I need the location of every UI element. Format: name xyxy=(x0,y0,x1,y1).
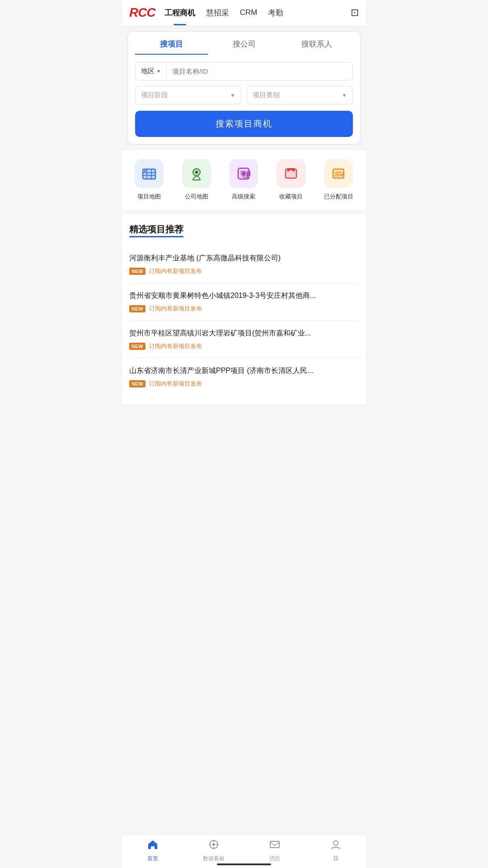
nav-item-recruitment[interactable]: 慧招采 xyxy=(206,8,229,18)
project-tag-text-2: 订阅内有新项目发布 xyxy=(149,342,202,350)
company-map-icon xyxy=(182,159,211,188)
bottom-nav: 首页 数据看板 消息 xyxy=(122,835,366,868)
quick-action-company-map-label: 公司地图 xyxy=(185,193,208,201)
project-tag-row-3: NEW 订阅内有新项目发布 xyxy=(129,380,359,388)
search-button[interactable]: 搜索项目商机 xyxy=(135,111,353,137)
project-name-0: 河源衡利丰产业基地 (广东高微晶科技有限公司) xyxy=(129,253,359,264)
svg-rect-17 xyxy=(286,169,296,178)
quick-action-saved-projects[interactable]: 收藏项目 xyxy=(277,159,305,201)
new-badge-2: NEW xyxy=(129,343,145,350)
search-row-filters: 项目阶段 ▼ 项目类别 ▼ xyxy=(135,86,353,104)
bottom-nav-home-label: 首页 xyxy=(147,855,158,863)
quick-action-assigned-projects[interactable]: 已分配项目 xyxy=(324,159,353,201)
nav-item-attendance[interactable]: 考勤 xyxy=(268,8,283,18)
svg-point-11 xyxy=(196,171,197,173)
quick-action-project-map-label: 项目地图 xyxy=(137,193,161,201)
app-logo: RCC xyxy=(129,5,155,20)
category-select[interactable]: 项目类别 ▼ xyxy=(247,86,353,104)
quick-action-company-map[interactable]: 公司地图 xyxy=(182,159,211,201)
saved-projects-icon xyxy=(277,159,305,188)
project-search-input[interactable] xyxy=(167,63,352,80)
svg-rect-20 xyxy=(333,169,344,178)
assigned-projects-icon xyxy=(324,159,353,188)
search-tabs: 搜项目 搜公司 搜联系人 xyxy=(135,39,353,55)
svg-point-32 xyxy=(333,841,338,845)
quick-action-assigned-label: 已分配项目 xyxy=(324,193,353,201)
project-item-2[interactable]: 贺州市平桂区望高镇川岩大理岩矿项目(贺州市嘉和矿业... NEW 订阅内有新项目… xyxy=(129,321,359,358)
project-item-3[interactable]: 山东省济南市长清产业新城PPP项目 (济南市长清区人民... NEW 订阅内有新… xyxy=(129,358,359,395)
quick-actions: 项目地图 公司地图 xyxy=(122,150,366,210)
header-nav: 工程商机 慧招采 CRM 考勤 xyxy=(164,8,342,18)
quick-action-advanced-search[interactable]: 项目 高级搜索 xyxy=(229,159,258,201)
bottom-nav-dashboard-label: 数据看板 xyxy=(203,855,225,863)
project-item-0[interactable]: 河源衡利丰产业基地 (广东高微晶科技有限公司) NEW 订阅内有新项目发布 xyxy=(129,245,359,283)
region-chevron-icon: ▼ xyxy=(156,69,161,74)
bottom-nav-messages-label: 消息 xyxy=(269,855,280,863)
svg-rect-31 xyxy=(270,841,279,848)
search-row-main: 地区 ▼ xyxy=(135,62,353,80)
advanced-search-icon: 项目 xyxy=(229,159,258,188)
project-map-icon xyxy=(135,159,164,188)
project-tag-text-1: 订阅内有新项目发布 xyxy=(149,305,202,313)
project-tag-text-0: 订阅内有新项目发布 xyxy=(149,267,202,275)
region-dropdown[interactable]: 地区 ▼ xyxy=(136,62,167,80)
nav-item-crm[interactable]: CRM xyxy=(240,8,258,17)
project-name-2: 贺州市平桂区望高镇川岩大理岩矿项目(贺州市嘉和矿业... xyxy=(129,328,359,339)
bottom-indicator xyxy=(217,863,271,865)
project-item-1[interactable]: 贵州省安顺市黄果树特色小城镇2019-3-3号安庄村其他商... NEW 订阅内… xyxy=(129,283,359,321)
stage-select[interactable]: 项目阶段 ▼ xyxy=(135,86,241,104)
search-box: 搜项目 搜公司 搜联系人 地区 ▼ 项目阶段 ▼ 项目类别 ▼ 搜索项目商机 xyxy=(127,31,361,145)
messages-icon xyxy=(269,839,281,853)
header-menu-icon[interactable]: ⊡ xyxy=(351,7,359,19)
stage-placeholder: 项目阶段 xyxy=(141,91,168,99)
featured-title: 精选项目推荐 xyxy=(129,223,183,236)
quick-action-saved-projects-label: 收藏项目 xyxy=(279,193,303,201)
category-chevron-icon: ▼ xyxy=(342,92,347,99)
dashboard-icon xyxy=(208,839,220,853)
quick-action-advanced-search-label: 高级搜索 xyxy=(232,193,255,201)
quick-action-project-map[interactable]: 项目地图 xyxy=(135,159,164,201)
project-tag-row-2: NEW 订阅内有新项目发布 xyxy=(129,342,359,350)
region-label: 地区 xyxy=(141,67,155,75)
project-name-3: 山东省济南市长清产业新城PPP项目 (济南市长清区人民... xyxy=(129,365,359,376)
tab-search-project[interactable]: 搜项目 xyxy=(135,39,208,55)
profile-icon xyxy=(330,839,342,853)
app-header: RCC 工程商机 慧招采 CRM 考勤 ⊡ xyxy=(122,0,366,26)
project-tag-row-0: NEW 订阅内有新项目发布 xyxy=(129,267,359,275)
featured-section: 精选项目推荐 河源衡利丰产业基地 (广东高微晶科技有限公司) NEW 订阅内有新… xyxy=(122,214,366,404)
stage-chevron-icon: ▼ xyxy=(230,92,235,99)
nav-item-engineering[interactable]: 工程商机 xyxy=(164,8,195,18)
new-badge-3: NEW xyxy=(129,380,145,387)
project-tag-text-3: 订阅内有新项目发布 xyxy=(149,380,202,388)
project-name-1: 贵州省安顺市黄果树特色小城镇2019-3-3号安庄村其他商... xyxy=(129,290,359,301)
svg-point-26 xyxy=(212,843,215,846)
project-list: 河源衡利丰产业基地 (广东高微晶科技有限公司) NEW 订阅内有新项目发布 贵州… xyxy=(129,245,359,395)
bottom-nav-profile-label: 我 xyxy=(333,855,338,863)
project-tag-row-1: NEW 订阅内有新项目发布 xyxy=(129,305,359,313)
home-icon xyxy=(147,839,159,853)
bottom-nav-messages[interactable]: 消息 xyxy=(244,839,305,863)
bottom-nav-home[interactable]: 首页 xyxy=(122,839,183,863)
bottom-nav-dashboard[interactable]: 数据看板 xyxy=(183,839,244,863)
bottom-nav-profile[interactable]: 我 xyxy=(305,839,366,863)
tab-search-contact[interactable]: 搜联系人 xyxy=(280,39,353,55)
category-placeholder: 项目类别 xyxy=(253,91,280,99)
svg-text:项目: 项目 xyxy=(240,170,251,177)
svg-rect-19 xyxy=(287,169,295,170)
new-badge-1: NEW xyxy=(129,305,145,312)
svg-point-6 xyxy=(144,170,146,172)
new-badge-0: NEW xyxy=(129,268,145,275)
tab-search-company[interactable]: 搜公司 xyxy=(208,39,281,55)
